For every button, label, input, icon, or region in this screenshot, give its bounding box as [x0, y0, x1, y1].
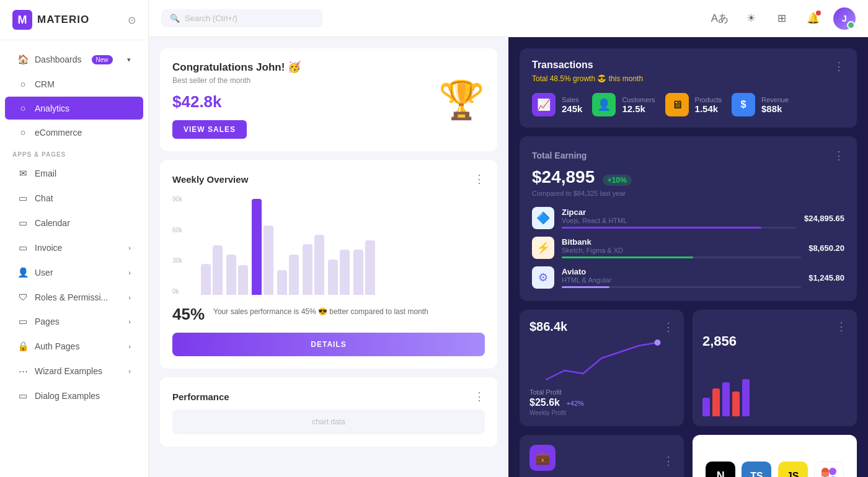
sidebar-item-invoice[interactable]: ▭ Invoice ›	[5, 236, 143, 260]
sidebar-item-auth[interactable]: 🔒 Auth Pages ›	[5, 335, 143, 358]
transactions-subtitle-suffix: this month	[609, 74, 643, 83]
mini-bar-5	[742, 379, 750, 416]
weekly-overview-card: Weekly Overview ⋮ 90k 60k 30k 0k	[160, 160, 497, 369]
sidebar-item-label: Dashboards	[35, 55, 82, 64]
new-project-more-icon[interactable]: ⋮	[663, 454, 674, 468]
apps-pages-label: APPS & PAGES	[0, 145, 148, 160]
bitbank-progress	[562, 256, 693, 258]
earning-more-icon[interactable]: ⋮	[833, 149, 844, 162]
bar-group-6	[328, 250, 350, 295]
logo-container: M MATERIO ⊙	[0, 0, 148, 40]
topbar: 🔍 Search (Ctrl+/) Aあ ☀ ⊞ 🔔 J	[149, 0, 868, 37]
sidebar-item-label: Dialog Examples	[35, 391, 100, 401]
details-button[interactable]: DETAILS	[172, 333, 485, 356]
bar-light	[340, 250, 350, 295]
grid-icon-btn[interactable]: ⊞	[771, 8, 792, 29]
sidebar-item-pages[interactable]: ▭ Pages ›	[5, 310, 143, 333]
notifications-icon-btn[interactable]: 🔔	[802, 8, 823, 29]
new-project-icon: 💼	[529, 445, 556, 471]
mini-more-icon[interactable]: ⋮	[836, 320, 847, 333]
aviato-sub: HTML & Angular	[562, 276, 801, 284]
mini-bar-2	[712, 388, 720, 416]
shield-icon: 🛡	[17, 292, 29, 302]
zipcar-name: Zipcar	[562, 208, 797, 217]
congrats-title: Congratulations John! 🥳	[172, 61, 301, 74]
sidebar-item-label: Roles & Permissi...	[35, 292, 108, 302]
congrats-card: Congratulations John! 🥳 Best seller of t…	[160, 48, 497, 151]
sidebar-item-email[interactable]: ✉ Email	[5, 162, 143, 185]
sidebar-item-analytics[interactable]: ○ Analytics	[5, 97, 143, 120]
bar-light	[213, 245, 223, 295]
new-project-card: 💼 ⋮ New Project 862 -18% Yearly Project	[520, 435, 684, 477]
transactions-subtitle-prefix: Total 48.5% growth	[532, 74, 595, 83]
pages-icon: ▭	[17, 316, 29, 327]
sidebar-item-calendar[interactable]: ▭ Calendar	[5, 211, 143, 235]
sidebar-item-label: Wizard Examples	[35, 366, 102, 376]
sidebar-item-label: Calendar	[35, 218, 70, 228]
lock-icon: 🔒	[17, 341, 29, 352]
bar-group-2	[226, 255, 248, 295]
chevron-right-icon: ›	[128, 343, 131, 350]
stat-products: 🖥 Products 1.54k	[665, 93, 722, 116]
profit-sub-label: Weekly Profit	[529, 409, 674, 416]
sidebar-item-label: Analytics	[35, 103, 69, 113]
sidebar-item-dialog[interactable]: ▭ Dialog Examples	[5, 384, 143, 408]
profit-chart-info: $86.4k	[529, 320, 567, 334]
performance-header: Performance ⋮	[172, 390, 485, 403]
weekly-more-icon[interactable]: ⋮	[474, 172, 485, 186]
performance-chart-placeholder: chart data	[172, 409, 485, 434]
stat-products-label: Products	[695, 96, 722, 103]
sidebar-nav: 🏠 Dashboards New ▾ ○ CRM ○ Analytics ○ e…	[0, 40, 148, 415]
view-sales-button[interactable]: VIEW SALES	[172, 120, 247, 139]
aviato-progress-bar	[562, 286, 801, 288]
figma-icon	[822, 468, 836, 478]
stat-sales-info: Sales 245k	[562, 96, 582, 114]
sidebar-item-roles[interactable]: 🛡 Roles & Permissi... ›	[5, 286, 143, 309]
sales-icon: 📈	[532, 93, 556, 116]
bar-light	[353, 250, 363, 295]
profit-value-row: $25.6k +42%	[529, 397, 674, 408]
products-icon: 🖥	[665, 93, 689, 116]
bar-group-7	[353, 240, 375, 295]
search-bar[interactable]: 🔍 Search (Ctrl+/)	[161, 9, 322, 27]
profit-chart-more-icon[interactable]: ⋮	[663, 320, 674, 334]
transactions-emoji: 😎	[597, 74, 606, 83]
performance-more-icon[interactable]: ⋮	[474, 390, 485, 403]
transactions-more-icon[interactable]: ⋮	[833, 59, 844, 73]
earning-header: Total Earning ⋮	[532, 149, 844, 162]
aviato-icon: ⚙	[532, 266, 554, 289]
weekly-chart: 90k 60k 30k 0k	[172, 196, 485, 295]
sidebar-item-user[interactable]: 👤 User ›	[5, 261, 143, 284]
aviato-info: Aviato HTML & Angular	[562, 267, 801, 288]
chevron-right-icon: ›	[128, 294, 131, 301]
bitbank-info: Bitbank Sketch, Figma & XD	[562, 237, 801, 258]
congrats-subtitle: Best seller of the month	[172, 76, 301, 85]
search-icon: 🔍	[170, 14, 180, 23]
main-area: 🔍 Search (Ctrl+/) Aあ ☀ ⊞ 🔔 J	[149, 0, 868, 477]
bitbank-amount: $8,650.20	[808, 243, 844, 253]
sidebar-item-chat[interactable]: ▭ Chat	[5, 186, 143, 210]
avatar[interactable]: J	[833, 7, 856, 30]
zipcar-amount: $24,895.65	[804, 214, 844, 223]
sidebar-toggle-icon[interactable]: ⊙	[128, 14, 136, 26]
theme-icon-btn[interactable]: ☀	[740, 8, 761, 29]
sidebar-item-label: Pages	[35, 317, 60, 326]
bitbank-sub: Sketch, Figma & XD	[562, 247, 801, 254]
translate-icon: Aあ	[711, 11, 728, 25]
earning-title: Total Earning	[532, 151, 587, 160]
sidebar-item-dashboards[interactable]: 🏠 Dashboards New ▾	[5, 48, 143, 71]
earning-item-zipcar: 🔷 Zipcar Vuejs, React & HTML $24,895.65	[532, 207, 844, 229]
bar-light	[328, 260, 338, 295]
translate-icon-btn[interactable]: Aあ	[709, 8, 730, 29]
content: Congratulations John! 🥳 Best seller of t…	[149, 37, 868, 477]
sidebar-item-crm[interactable]: ○ CRM	[5, 72, 143, 95]
nextjs-logo: N	[706, 462, 735, 478]
calendar-icon: ▭	[17, 217, 29, 229]
stat-revenue-label: Revenue	[761, 96, 789, 103]
total-profit-chart-card: $86.4k ⋮ Total Profit $25.6k +42% Weekl	[520, 310, 684, 426]
aviato-progress	[562, 286, 609, 288]
sidebar-item-label: eCommerce	[35, 128, 82, 138]
sidebar-item-ecommerce[interactable]: ○ eCommerce	[5, 121, 143, 144]
sidebar-item-wizard[interactable]: ⋯ Wizard Examples ›	[5, 359, 143, 383]
bar-light	[201, 264, 211, 295]
